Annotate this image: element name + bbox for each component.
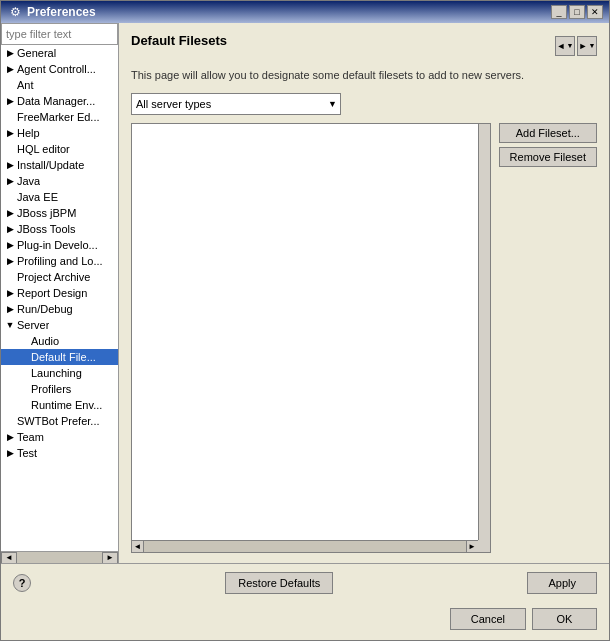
tree-label-plugin: Plug-in Develo... bbox=[17, 239, 98, 251]
tree-area: ▶ General ▶ Agent Controll... ▶ Ant ▶ Da… bbox=[1, 45, 118, 551]
tree-label-hql: HQL editor bbox=[17, 143, 70, 155]
tree-label-report-design: Report Design bbox=[17, 287, 87, 299]
expand-icon-jboss-jbpm: ▶ bbox=[5, 208, 15, 218]
tree-item-general[interactable]: ▶ General bbox=[1, 45, 118, 61]
tree-item-runtime-env[interactable]: ▶ Runtime Env... bbox=[1, 397, 118, 413]
tree-label-profilers: Profilers bbox=[31, 383, 71, 395]
tree-item-project-archive[interactable]: ▶ Project Archive bbox=[1, 269, 118, 285]
tree-item-swtbot[interactable]: ▶ SWTBot Prefer... bbox=[1, 413, 118, 429]
right-panel: Default Filesets ◄ ▼ ► ▼ This page will … bbox=[119, 23, 609, 563]
title-bar: ⚙ Preferences _ □ ✕ bbox=[1, 1, 609, 23]
list-vertical-scrollbar[interactable] bbox=[478, 124, 490, 540]
h-scroll-right-btn[interactable]: ► bbox=[466, 541, 478, 552]
expand-icon-data-manager: ▶ bbox=[5, 96, 15, 106]
tree-item-hql[interactable]: ▶ HQL editor bbox=[1, 141, 118, 157]
scroll-left-btn[interactable]: ◄ bbox=[1, 552, 17, 564]
tree-item-install[interactable]: ▶ Install/Update bbox=[1, 157, 118, 173]
bottom-buttons: ? Restore Defaults Apply bbox=[1, 564, 609, 604]
tree-item-java-ee[interactable]: ▶ Java EE bbox=[1, 189, 118, 205]
tree-item-profilers[interactable]: ▶ Profilers bbox=[1, 381, 118, 397]
tree-label-data-manager: Data Manager... bbox=[17, 95, 95, 107]
panel-header: Default Filesets ◄ ▼ ► ▼ bbox=[131, 33, 597, 58]
h-scroll-track[interactable] bbox=[144, 541, 466, 552]
expand-icon-help: ▶ bbox=[5, 128, 15, 138]
tree-label-jboss-tools: JBoss Tools bbox=[17, 223, 76, 235]
left-scrollbar-h[interactable]: ◄ ► bbox=[1, 551, 118, 563]
restore-defaults-button[interactable]: Restore Defaults bbox=[225, 572, 333, 594]
content-area: ▶ General ▶ Agent Controll... ▶ Ant ▶ Da… bbox=[1, 23, 609, 563]
tree-item-profiling[interactable]: ▶ Profiling and Lo... bbox=[1, 253, 118, 269]
tree-label-project-archive: Project Archive bbox=[17, 271, 90, 283]
tree-item-agent[interactable]: ▶ Agent Controll... bbox=[1, 61, 118, 77]
tree-item-report-design[interactable]: ▶ Report Design bbox=[1, 285, 118, 301]
panel-description: This page will allow you to designate so… bbox=[131, 68, 597, 83]
server-type-wrapper: All server types ▼ bbox=[131, 93, 341, 115]
tree-item-team[interactable]: ▶ Team bbox=[1, 429, 118, 445]
list-scroll-corner bbox=[478, 540, 490, 552]
help-icon-row: ? bbox=[13, 574, 31, 592]
nav-back-dropdown-icon: ▼ bbox=[566, 42, 573, 49]
ok-button[interactable]: OK bbox=[532, 608, 597, 630]
tree-item-freemarker[interactable]: ▶ FreeMarker Ed... bbox=[1, 109, 118, 125]
tree-label-agent: Agent Controll... bbox=[17, 63, 96, 75]
list-horizontal-scrollbar[interactable]: ◄ ► bbox=[132, 540, 478, 552]
expand-icon-general: ▶ bbox=[5, 48, 15, 58]
dialog-title: Preferences bbox=[27, 5, 96, 19]
minimize-button[interactable]: _ bbox=[551, 5, 567, 19]
tree-label-team: Team bbox=[17, 431, 44, 443]
panel-title: Default Filesets bbox=[131, 33, 227, 48]
maximize-button[interactable]: □ bbox=[569, 5, 585, 19]
tree-item-default-filesets[interactable]: ▶ Default File... bbox=[1, 349, 118, 365]
apply-button[interactable]: Apply bbox=[527, 572, 597, 594]
tree-item-run-debug[interactable]: ▶ Run/Debug bbox=[1, 301, 118, 317]
nav-forward-icon: ► bbox=[579, 41, 588, 51]
add-fileset-button[interactable]: Add Fileset... bbox=[499, 123, 597, 143]
h-scroll-left-btn[interactable]: ◄ bbox=[132, 541, 144, 552]
expand-icon-server: ▼ bbox=[5, 320, 15, 330]
nav-back-icon: ◄ bbox=[557, 41, 566, 51]
expand-icon-run-debug: ▶ bbox=[5, 304, 15, 314]
tree-label-java: Java bbox=[17, 175, 40, 187]
tree-label-help: Help bbox=[17, 127, 40, 139]
tree-label-default-filesets: Default File... bbox=[31, 351, 96, 363]
tree-item-launching[interactable]: ▶ Launching bbox=[1, 365, 118, 381]
cancel-button[interactable]: Cancel bbox=[450, 608, 526, 630]
tree-label-general: General bbox=[17, 47, 56, 59]
expand-icon-team: ▶ bbox=[5, 432, 15, 442]
tree-item-plugin[interactable]: ▶ Plug-in Develo... bbox=[1, 237, 118, 253]
main-content-row: ◄ ► Add Fileset... Remove Fileset bbox=[131, 123, 597, 553]
preferences-dialog: ⚙ Preferences _ □ ✕ ▶ General ▶ Agent Co… bbox=[0, 0, 610, 641]
expand-icon-profiling: ▶ bbox=[5, 256, 15, 266]
filter-input[interactable] bbox=[1, 23, 118, 45]
tree-label-freemarker: FreeMarker Ed... bbox=[17, 111, 100, 123]
scroll-track-h[interactable] bbox=[17, 552, 102, 563]
server-type-select[interactable]: All server types bbox=[131, 93, 341, 115]
close-button[interactable]: ✕ bbox=[587, 5, 603, 19]
expand-icon-report-design: ▶ bbox=[5, 288, 15, 298]
tree-label-runtime-env: Runtime Env... bbox=[31, 399, 102, 411]
tree-item-jboss-jbpm[interactable]: ▶ JBoss jBPM bbox=[1, 205, 118, 221]
tree-label-install: Install/Update bbox=[17, 159, 84, 171]
tree-label-ant: Ant bbox=[17, 79, 34, 91]
remove-fileset-button[interactable]: Remove Fileset bbox=[499, 147, 597, 167]
nav-back-button[interactable]: ◄ ▼ bbox=[555, 36, 575, 56]
tree-item-audio[interactable]: ▶ Audio bbox=[1, 333, 118, 349]
scroll-right-btn[interactable]: ► bbox=[102, 552, 118, 564]
expand-icon-plugin: ▶ bbox=[5, 240, 15, 250]
tree-label-java-ee: Java EE bbox=[17, 191, 58, 203]
tree-item-server[interactable]: ▼ Server bbox=[1, 317, 118, 333]
help-button[interactable]: ? bbox=[13, 574, 31, 592]
tree-item-java[interactable]: ▶ Java bbox=[1, 173, 118, 189]
nav-arrows: ◄ ▼ ► ▼ bbox=[555, 36, 597, 56]
server-type-row: All server types ▼ bbox=[131, 93, 597, 115]
tree-item-jboss-tools[interactable]: ▶ JBoss Tools bbox=[1, 221, 118, 237]
tree-item-test[interactable]: ▶ Test bbox=[1, 445, 118, 461]
tree-item-data-manager[interactable]: ▶ Data Manager... bbox=[1, 93, 118, 109]
nav-forward-dropdown-icon: ▼ bbox=[588, 42, 595, 49]
tree-label-server: Server bbox=[17, 319, 49, 331]
tree-item-ant[interactable]: ▶ Ant bbox=[1, 77, 118, 93]
tree-item-help[interactable]: ▶ Help bbox=[1, 125, 118, 141]
tree-label-jboss-jbpm: JBoss jBPM bbox=[17, 207, 76, 219]
filesets-list[interactable]: ◄ ► bbox=[131, 123, 491, 553]
nav-forward-button[interactable]: ► ▼ bbox=[577, 36, 597, 56]
